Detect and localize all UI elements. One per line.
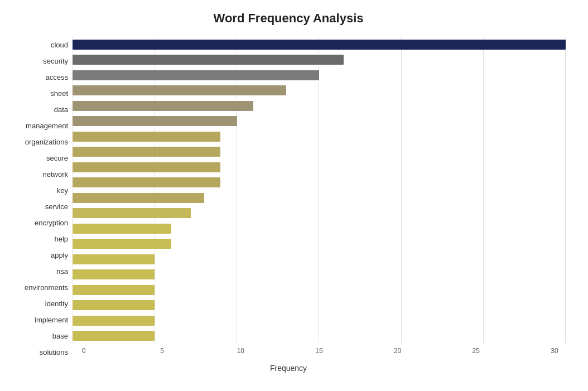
bar bbox=[73, 101, 253, 111]
y-label: sheet bbox=[50, 87, 68, 100]
bar-row bbox=[73, 315, 566, 327]
y-label: data bbox=[54, 103, 68, 117]
y-label: encryption bbox=[35, 216, 68, 230]
bar-row bbox=[73, 192, 566, 204]
bar-row bbox=[73, 207, 566, 219]
bar-row bbox=[73, 253, 566, 266]
bar-row bbox=[73, 299, 566, 311]
bar-row bbox=[73, 38, 566, 51]
bar-row bbox=[73, 100, 566, 112]
x-tick: 0 bbox=[73, 347, 95, 360]
chart-container: Word Frequency Analysis cloudsecurityacc… bbox=[0, 0, 588, 391]
bar-row bbox=[73, 223, 566, 235]
y-label: help bbox=[54, 233, 68, 246]
y-label: service bbox=[45, 200, 68, 214]
bar-row bbox=[73, 131, 566, 143]
y-label: cloud bbox=[51, 38, 68, 52]
y-label: implement bbox=[35, 313, 68, 327]
y-label: access bbox=[46, 71, 68, 84]
x-tick: 10 bbox=[229, 347, 252, 360]
chart-title: Word Frequency Analysis bbox=[11, 11, 566, 26]
bar-row bbox=[73, 161, 566, 173]
chart-area: cloudsecurityaccesssheetdatamanagementor… bbox=[11, 37, 566, 360]
x-axis-title: Frequency bbox=[11, 364, 566, 373]
bar-row bbox=[73, 176, 566, 189]
bar-row bbox=[73, 84, 566, 96]
y-label: network bbox=[42, 168, 68, 181]
bar bbox=[73, 331, 155, 341]
y-label: nsa bbox=[56, 265, 68, 278]
x-tick: 25 bbox=[465, 347, 487, 360]
bar-row bbox=[73, 146, 566, 158]
y-label: solutions bbox=[40, 346, 68, 359]
x-tick: 20 bbox=[387, 347, 409, 360]
bar bbox=[73, 254, 155, 264]
bar bbox=[73, 55, 344, 65]
bar-row bbox=[73, 115, 566, 127]
bar bbox=[73, 70, 319, 80]
bars-wrapper bbox=[73, 37, 566, 344]
bar-row bbox=[73, 54, 566, 66]
y-label: security bbox=[43, 55, 68, 68]
bar bbox=[73, 162, 220, 172]
x-tick: 30 bbox=[543, 347, 566, 360]
y-label: base bbox=[52, 330, 68, 343]
y-label: identity bbox=[45, 297, 68, 311]
bar-row bbox=[73, 330, 566, 342]
x-axis-labels: 051015202530 bbox=[73, 344, 566, 360]
y-label: environments bbox=[25, 281, 68, 295]
bar bbox=[73, 269, 155, 279]
bar bbox=[73, 40, 566, 50]
bar bbox=[73, 85, 286, 95]
bar bbox=[73, 132, 220, 142]
bar-row bbox=[73, 238, 566, 250]
bar bbox=[73, 147, 220, 157]
y-axis: cloudsecurityaccesssheetdatamanagementor… bbox=[11, 37, 73, 360]
y-label: organizations bbox=[25, 136, 68, 149]
bar-row bbox=[73, 268, 566, 281]
bar bbox=[73, 116, 237, 126]
bar bbox=[73, 300, 155, 310]
bars-and-grid: 051015202530 bbox=[73, 37, 566, 360]
y-label: key bbox=[57, 184, 68, 197]
bar bbox=[73, 239, 171, 249]
bar-row bbox=[73, 284, 566, 296]
bar bbox=[73, 208, 191, 218]
y-label: management bbox=[26, 119, 68, 133]
x-tick: 15 bbox=[308, 347, 330, 360]
y-label: apply bbox=[51, 249, 68, 262]
y-label: secure bbox=[46, 152, 68, 165]
bar bbox=[73, 285, 155, 295]
bar bbox=[73, 193, 204, 203]
bar bbox=[73, 177, 220, 187]
bar bbox=[73, 224, 171, 234]
bar bbox=[73, 316, 155, 326]
bar-row bbox=[73, 69, 566, 81]
x-tick: 5 bbox=[151, 347, 173, 360]
